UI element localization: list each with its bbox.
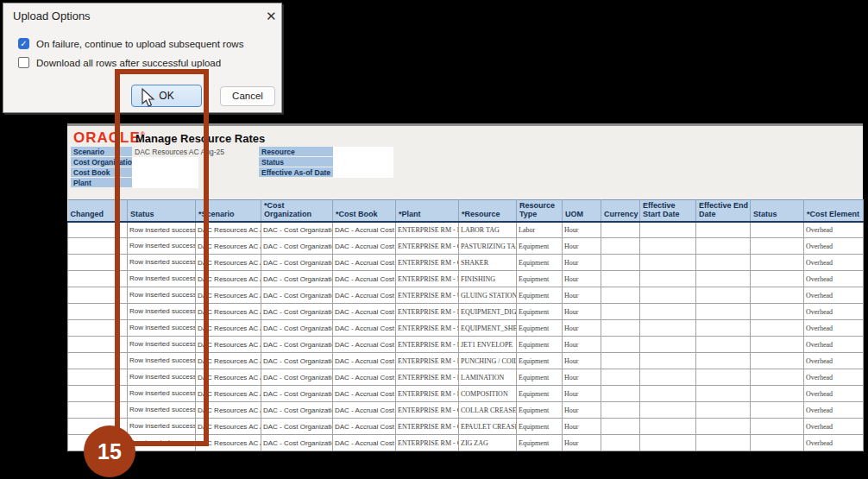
cell-cost-element[interactable]: Overhead (804, 353, 864, 369)
cell-type[interactable]: Equipment (517, 419, 563, 435)
cell-eff-start[interactable] (640, 304, 696, 320)
cancel-button[interactable]: Cancel (220, 86, 275, 106)
cell-eff-start[interactable] (640, 337, 696, 353)
cell-cost-org[interactable]: DAC - Cost Organization (261, 271, 333, 287)
cell-cost-book[interactable]: DAC - Accrual Cost Book (333, 238, 396, 255)
cell-eff-end[interactable] (696, 238, 751, 255)
cell-type[interactable]: Equipment (517, 386, 563, 402)
cell-eff-start[interactable] (640, 287, 696, 304)
cell-currency[interactable] (601, 222, 640, 238)
cell-eff-start[interactable] (640, 320, 696, 337)
cell-uom[interactable]: Hour (563, 337, 601, 353)
cell-cost-element[interactable]: Overhead (804, 369, 864, 386)
cell-resource[interactable]: COMPOSITION (459, 386, 517, 402)
cell-cost-book[interactable]: DAC - Accrual Cost Book (333, 287, 396, 304)
cell-type[interactable]: Labor (517, 222, 563, 238)
cell-cost-org[interactable]: DAC - Cost Organization (261, 337, 333, 353)
cell-cost-element[interactable]: Overhead (804, 419, 864, 435)
cell-currency[interactable] (601, 402, 640, 419)
cell-uom[interactable]: Hour (563, 402, 601, 419)
cell-eff-end[interactable] (696, 271, 751, 287)
cell-resource[interactable]: COLLAR CREASER (459, 402, 517, 419)
cell-eff-start[interactable] (640, 222, 696, 238)
cell-cost-element[interactable]: Overhead (804, 287, 864, 304)
close-icon[interactable]: ✕ (262, 7, 280, 26)
cell-uom[interactable]: Hour (563, 238, 601, 255)
cell-uom[interactable]: Hour (563, 369, 601, 386)
cell-resource[interactable]: PUNCHING / COILING (459, 353, 517, 369)
cell-eff-end[interactable] (696, 304, 751, 320)
cell-cost-book[interactable]: DAC - Accrual Cost Book (333, 320, 396, 337)
checkbox-download-all[interactable]: ✓ (18, 57, 29, 68)
cell-resource[interactable]: EQUIPMENT_DIGITAL (459, 304, 517, 320)
cell-plant[interactable]: ENTERPRISE RM - COL (396, 419, 459, 435)
cell-cost-book[interactable]: DAC - Accrual Cost Book (333, 353, 396, 369)
cell-cost-book[interactable]: DAC - Accrual Cost Book (333, 304, 396, 320)
cell-cost-book[interactable]: DAC - Accrual Cost Book (333, 435, 396, 451)
cell-cost-element[interactable]: Overhead (804, 304, 864, 320)
cell-plant[interactable]: ENTERPRISE RM - COL (396, 435, 459, 451)
cell-cost-element[interactable]: Overhead (804, 386, 864, 402)
cell-plant[interactable]: ENTERPRISE RM - CAN (396, 255, 459, 271)
cell-type[interactable]: Equipment (517, 435, 563, 451)
cell-cost-org[interactable]: DAC - Cost Organization (261, 222, 333, 238)
cell-plant[interactable]: ENTERPRISE RM - MIC (396, 271, 459, 287)
cell-uom[interactable]: Hour (563, 419, 601, 435)
cell-type[interactable]: Equipment (517, 255, 563, 271)
cell-cost-element[interactable]: Overhead (804, 320, 864, 337)
cell-currency[interactable] (601, 255, 640, 271)
cell-cost-book[interactable]: DAC - Accrual Cost Book (333, 419, 396, 435)
cell-cost-org[interactable]: DAC - Cost Organization (261, 304, 333, 320)
cell-plant[interactable]: ENTERPRISE RM - PRI (396, 369, 459, 386)
cell-plant[interactable]: ENTERPRISE RM - PRI (396, 337, 459, 353)
cell-type[interactable]: Equipment (517, 337, 563, 353)
cell-status2[interactable] (751, 369, 804, 386)
cell-status2[interactable] (751, 435, 804, 451)
cell-type[interactable]: Equipment (517, 238, 563, 255)
cell-plant[interactable]: ENTERPRISE RM - CAN (396, 238, 459, 255)
cell-eff-end[interactable] (696, 419, 751, 435)
cell-cost-element[interactable]: Overhead (804, 271, 864, 287)
cell-eff-end[interactable] (696, 402, 751, 419)
cell-status2[interactable] (751, 353, 804, 369)
cell-uom[interactable]: Hour (563, 287, 601, 304)
cell-type[interactable]: Equipment (517, 402, 563, 419)
cell-plant[interactable]: ENTERPRISE RM - PRI (396, 386, 459, 402)
cell-cost-org[interactable]: DAC - Cost Organization (261, 353, 333, 369)
cell-currency[interactable] (601, 353, 640, 369)
cell-eff-start[interactable] (640, 419, 696, 435)
cell-eff-start[interactable] (640, 353, 696, 369)
cell-eff-end[interactable] (696, 222, 751, 238)
cell-currency[interactable] (601, 419, 640, 435)
cell-status2[interactable] (751, 304, 804, 320)
cell-status2[interactable] (751, 255, 804, 271)
cell-cost-element[interactable]: Overhead (804, 402, 864, 419)
cell-cost-element[interactable]: Overhead (804, 222, 864, 238)
cell-resource[interactable]: EPAULET CREASER (459, 419, 517, 435)
cell-eff-start[interactable] (640, 238, 696, 255)
cell-resource[interactable]: LAMINATION (459, 369, 517, 386)
cell-type[interactable]: Equipment (517, 369, 563, 386)
cell-uom[interactable]: Hour (563, 353, 601, 369)
cell-plant[interactable]: ENTERPRISE RM - SIG (396, 320, 459, 337)
cell-resource[interactable]: SHAKER (459, 255, 517, 271)
cell-currency[interactable] (601, 304, 640, 320)
cell-eff-end[interactable] (696, 386, 751, 402)
cell-eff-start[interactable] (640, 369, 696, 386)
cell-uom[interactable]: Hour (563, 222, 601, 238)
cell-status2[interactable] (751, 386, 804, 402)
cell-eff-start[interactable] (640, 255, 696, 271)
cell-uom[interactable]: Hour (563, 386, 601, 402)
cell-cost-book[interactable]: DAC - Accrual Cost Book (333, 386, 396, 402)
cell-currency[interactable] (601, 320, 640, 337)
cell-cost-org[interactable]: DAC - Cost Organization (261, 402, 333, 419)
cell-eff-start[interactable] (640, 271, 696, 287)
cell-status2[interactable] (751, 419, 804, 435)
cell-resource[interactable]: FINISHING (459, 271, 517, 287)
checkbox-on-failure[interactable]: ✓ (18, 38, 29, 49)
right-form-value-box[interactable] (333, 147, 393, 178)
cell-eff-start[interactable] (640, 402, 696, 419)
cell-currency[interactable] (601, 369, 640, 386)
cell-status2[interactable] (751, 287, 804, 304)
cell-status2[interactable] (751, 337, 804, 353)
